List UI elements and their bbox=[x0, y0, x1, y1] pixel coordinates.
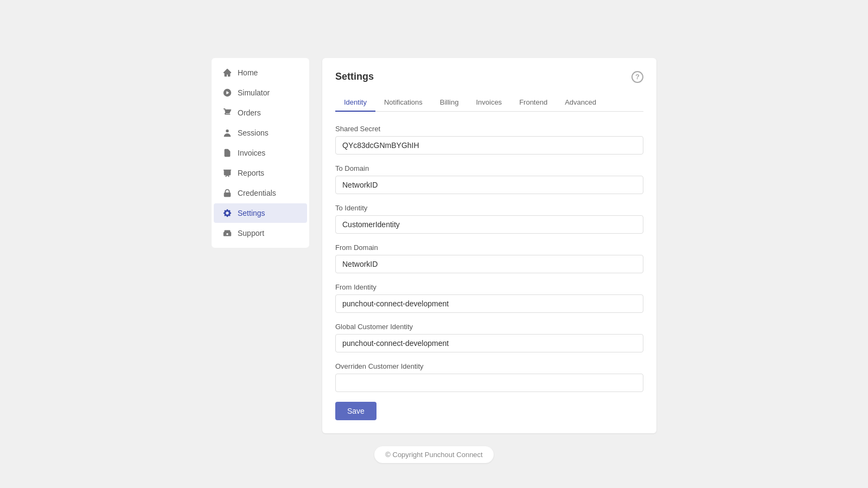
sidebar-item-simulator-label: Simulator bbox=[238, 88, 270, 97]
overriden-customer-identity-label: Overriden Customer Identity bbox=[335, 362, 643, 370]
shared-secret-input[interactable] bbox=[335, 136, 643, 155]
to-identity-group: To Identity bbox=[335, 204, 643, 234]
footer: © Copyright Punchout Connect bbox=[212, 446, 656, 463]
sidebar-item-settings-label: Settings bbox=[238, 209, 265, 217]
sessions-icon bbox=[222, 128, 232, 138]
sidebar-item-orders[interactable]: Orders bbox=[214, 103, 307, 123]
to-domain-group: To Domain bbox=[335, 164, 643, 194]
sidebar-item-sessions-label: Sessions bbox=[238, 129, 269, 137]
sidebar-item-credentials[interactable]: Credentials bbox=[214, 183, 307, 203]
tab-invoices[interactable]: Invoices bbox=[467, 94, 510, 112]
tab-identity[interactable]: Identity bbox=[335, 94, 375, 112]
sidebar-item-reports[interactable]: Reports bbox=[214, 163, 307, 183]
global-customer-identity-input[interactable] bbox=[335, 334, 643, 352]
page-container: Home Simulator O bbox=[0, 0, 868, 488]
help-icon[interactable]: ? bbox=[631, 71, 643, 83]
to-domain-label: To Domain bbox=[335, 164, 643, 172]
save-button[interactable]: Save bbox=[335, 402, 376, 420]
tabs-container: Identity Notifications Billing Invoices … bbox=[335, 94, 643, 112]
global-customer-identity-group: Global Customer Identity bbox=[335, 323, 643, 352]
footer-copyright: © Copyright Punchout Connect bbox=[374, 446, 493, 463]
sidebar-item-support[interactable]: Support bbox=[214, 223, 307, 243]
from-domain-input[interactable] bbox=[335, 255, 643, 273]
sidebar-item-sessions[interactable]: Sessions bbox=[214, 123, 307, 143]
sidebar-item-credentials-label: Credentials bbox=[238, 189, 276, 197]
tab-advanced[interactable]: Advanced bbox=[556, 94, 605, 112]
sidebar-item-invoices[interactable]: Invoices bbox=[214, 143, 307, 163]
global-customer-identity-label: Global Customer Identity bbox=[335, 323, 643, 331]
invoices-icon bbox=[222, 148, 232, 158]
settings-icon bbox=[222, 208, 232, 218]
from-domain-label: From Domain bbox=[335, 243, 643, 252]
tab-billing[interactable]: Billing bbox=[431, 94, 468, 112]
sidebar-item-simulator[interactable]: Simulator bbox=[214, 83, 307, 102]
from-identity-input[interactable] bbox=[335, 294, 643, 313]
page-title: Settings bbox=[335, 71, 374, 82]
overriden-customer-identity-input[interactable] bbox=[335, 374, 643, 392]
settings-header: Settings ? bbox=[335, 71, 643, 83]
tab-notifications[interactable]: Notifications bbox=[375, 94, 431, 112]
sidebar-item-settings[interactable]: Settings bbox=[214, 203, 307, 223]
sidebar-item-home[interactable]: Home bbox=[214, 63, 307, 82]
sidebar-item-support-label: Support bbox=[238, 229, 264, 237]
support-icon bbox=[222, 228, 232, 238]
reports-icon bbox=[222, 168, 232, 178]
from-identity-group: From Identity bbox=[335, 283, 643, 313]
overriden-customer-identity-group: Overriden Customer Identity bbox=[335, 362, 643, 392]
sidebar-item-home-label: Home bbox=[238, 68, 258, 77]
home-icon bbox=[222, 68, 232, 78]
simulator-icon bbox=[222, 88, 232, 98]
tab-frontend[interactable]: Frontend bbox=[510, 94, 556, 112]
shared-secret-group: Shared Secret bbox=[335, 125, 643, 155]
settings-card: Settings ? Identity Notifications Billin… bbox=[322, 58, 656, 433]
sidebar-item-orders-label: Orders bbox=[238, 108, 261, 117]
credentials-icon bbox=[222, 188, 232, 198]
sidebar-item-invoices-label: Invoices bbox=[238, 149, 265, 157]
shared-secret-label: Shared Secret bbox=[335, 125, 643, 133]
to-domain-input[interactable] bbox=[335, 176, 643, 194]
sidebar: Home Simulator O bbox=[212, 58, 309, 248]
from-identity-label: From Identity bbox=[335, 283, 643, 291]
to-identity-input[interactable] bbox=[335, 215, 643, 234]
to-identity-label: To Identity bbox=[335, 204, 643, 212]
from-domain-group: From Domain bbox=[335, 243, 643, 273]
orders-icon bbox=[222, 108, 232, 118]
sidebar-item-reports-label: Reports bbox=[238, 169, 264, 177]
